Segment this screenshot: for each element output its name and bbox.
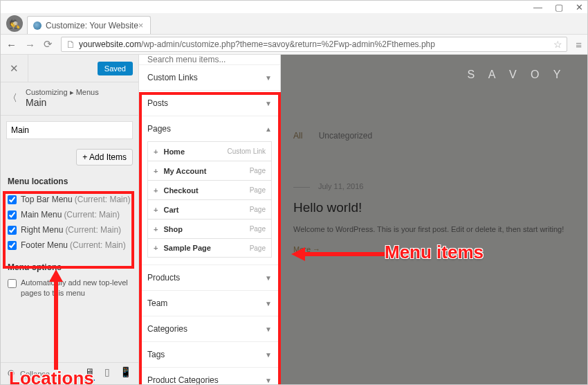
menu-locations-heading: Menu locations [1, 172, 138, 190]
nav-reload-button[interactable]: ⟳ [44, 38, 53, 51]
tab-title: Customize: Your Website [46, 21, 138, 30]
menu-locations-list: Top Bar Menu(Current: Main) Main Menu(Cu… [1, 190, 138, 257]
auto-add-checkbox[interactable] [8, 279, 17, 288]
section-product-categories[interactable]: Product Categories▼ [139, 368, 280, 384]
add-items-button[interactable]: + Add Items [76, 149, 133, 165]
post-date: July 11, 2016 [293, 182, 580, 190]
read-more-link[interactable]: More → [293, 245, 580, 253]
location-checkbox[interactable] [8, 226, 17, 235]
customizer-close-button[interactable]: ✕ [1, 55, 28, 82]
saved-badge: Saved [98, 62, 133, 75]
section-team[interactable]: Team▼ [139, 291, 280, 316]
pages-item-list: +HomeCustom Link +My AccountPage +Checko… [139, 141, 280, 265]
chevron-down-icon: ▼ [265, 300, 272, 307]
menu-item-row[interactable]: +My AccountPage [147, 161, 272, 180]
tab-favicon-icon [33, 21, 42, 30]
category-filter: All Uncategorized [293, 131, 580, 141]
nav-forward-button: → [25, 39, 35, 51]
location-label: Right Menu [21, 225, 63, 235]
plus-icon: + [154, 244, 158, 252]
location-current: (Current: Main) [65, 225, 121, 235]
menu-item-row[interactable]: +Sample PagePage [147, 238, 272, 258]
section-custom-links[interactable]: Custom Links▼ [139, 65, 280, 90]
location-label: Footer Menu [21, 240, 68, 250]
browser-window: — ▢ ✕ 🕵 Customize: Your Website × ← → ⟳ … [0, 0, 588, 385]
menu-item-row[interactable]: +CartPage [147, 199, 272, 219]
location-checkbox[interactable] [8, 195, 17, 204]
browser-tab-strip: 🕵 Customize: Your Website × [1, 13, 587, 34]
address-bar[interactable]: 🗋 yourwebsite.com/wp-admin/customize.php… [61, 37, 567, 52]
location-row[interactable]: Right Menu(Current: Main) [8, 222, 131, 238]
post-title[interactable]: Hello world! [293, 200, 580, 215]
url-host: yourwebsite.com [79, 39, 141, 49]
menu-item-row[interactable]: +HomeCustom Link [147, 141, 272, 161]
menu-options-heading: Menu options [1, 257, 138, 275]
nav-back-button[interactable]: ← [6, 39, 17, 51]
tab-close-icon[interactable]: × [138, 20, 144, 30]
category-all[interactable]: All [293, 131, 302, 141]
page-icon: 🗋 [66, 39, 75, 50]
device-desktop-icon[interactable]: 🖥 [85, 366, 95, 381]
url-path: /wp-admin/customize.php?theme=savoy&retu… [141, 39, 435, 49]
section-posts[interactable]: Posts▼ [139, 91, 280, 116]
auto-add-option[interactable]: Automatically add new top-level pages to… [1, 275, 138, 302]
customizer-footer: Collapse 🖥 ▯ 📱 [1, 362, 138, 384]
svg-point-0 [8, 370, 14, 376]
location-current: (Current: Main) [75, 195, 131, 204]
bookmark-star-icon[interactable]: ☆ [553, 39, 562, 50]
browser-menu-button[interactable]: ≡ [576, 39, 582, 51]
customizer-sidebar: ✕ Saved 〈 Customizing ▸ Menus Main + Add… [1, 55, 139, 384]
plus-icon: + [154, 206, 158, 214]
location-current: (Current: Main) [70, 240, 126, 250]
breadcrumb-title: Main [26, 97, 99, 108]
location-row[interactable]: Main Menu(Current: Main) [8, 207, 131, 222]
device-mobile-icon[interactable]: 📱 [120, 366, 131, 381]
customizer-topbar: ✕ Saved [1, 55, 138, 82]
chevron-up-icon: ▲ [265, 125, 272, 133]
window-close-button[interactable]: ✕ [576, 2, 583, 12]
browser-tab[interactable]: Customize: Your Website × [27, 16, 151, 34]
collapse-button[interactable]: Collapse [8, 370, 50, 378]
device-tablet-icon[interactable]: ▯ [104, 366, 110, 381]
section-products[interactable]: Products▼ [139, 265, 280, 290]
add-menu-items-panel: Custom Links▼ Posts▼ Pages▲ +HomeCustom … [139, 55, 281, 384]
viewport: ✕ Saved 〈 Customizing ▸ Menus Main + Add… [1, 55, 587, 384]
plus-icon: + [154, 147, 158, 156]
location-row[interactable]: Footer Menu(Current: Main) [8, 238, 131, 253]
search-menu-items-input[interactable] [139, 55, 280, 64]
section-tags[interactable]: Tags▼ [139, 342, 280, 367]
plus-icon: + [154, 186, 158, 195]
auto-add-label: Automatically add new top-level pages to… [21, 278, 131, 299]
chevron-down-icon: ▼ [265, 100, 272, 107]
menu-name-input[interactable] [6, 121, 133, 139]
location-checkbox[interactable] [8, 211, 17, 220]
chevron-down-icon: ▼ [265, 274, 272, 282]
breadcrumb-back-button[interactable]: 〈 [8, 92, 17, 105]
plus-icon: + [154, 167, 158, 175]
location-row[interactable]: Top Bar Menu(Current: Main) [8, 192, 131, 207]
category-uncategorized[interactable]: Uncategorized [319, 131, 372, 141]
chevron-down-icon: ▼ [265, 74, 272, 82]
window-maximize-button[interactable]: ▢ [555, 2, 563, 12]
chevron-down-icon: ▼ [265, 377, 272, 384]
post-excerpt: Welcome to WordPress. This is your first… [293, 224, 580, 235]
location-current: (Current: Main) [64, 210, 120, 220]
menu-item-row[interactable]: +CheckoutPage [147, 180, 272, 199]
customizer-breadcrumb: 〈 Customizing ▸ Menus Main [1, 82, 138, 116]
window-minimize-button[interactable]: — [533, 2, 542, 12]
menu-item-row[interactable]: +ShopPage [147, 219, 272, 238]
window-title-bar: — ▢ ✕ [1, 1, 587, 13]
breadcrumb-path: Customizing ▸ Menus [26, 88, 99, 96]
location-checkbox[interactable] [8, 241, 17, 250]
plus-icon: + [154, 225, 158, 233]
collapse-icon [8, 370, 15, 377]
section-categories[interactable]: Categories▼ [139, 316, 280, 341]
chevron-down-icon: ▼ [265, 351, 272, 359]
browser-toolbar: ← → ⟳ 🗋 yourwebsite.com/wp-admin/customi… [1, 34, 587, 55]
incognito-icon: 🕵 [6, 15, 23, 32]
chevron-down-icon: ▼ [265, 325, 272, 333]
device-preview-toggle: 🖥 ▯ 📱 [85, 366, 131, 381]
section-pages[interactable]: Pages▲ [139, 116, 280, 141]
location-label: Top Bar Menu [21, 195, 73, 204]
location-label: Main Menu [21, 210, 62, 220]
